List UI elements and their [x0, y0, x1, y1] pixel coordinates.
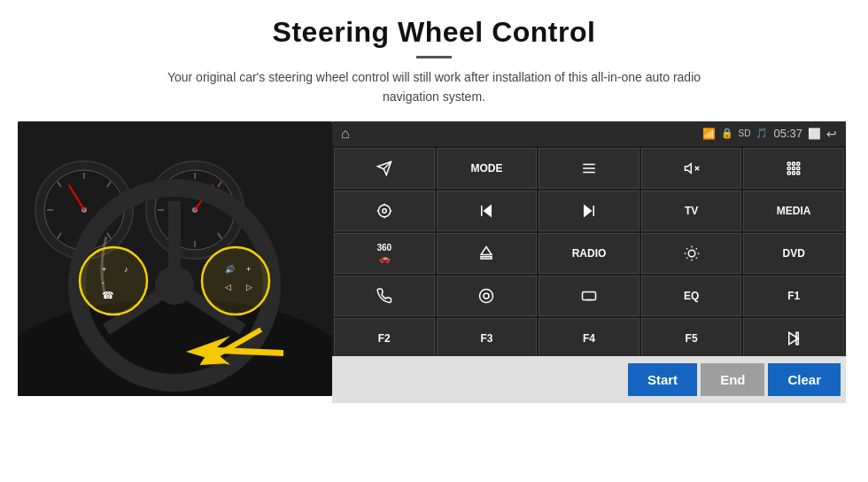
clear-button[interactable]: Clear [768, 363, 841, 396]
btn-list[interactable] [539, 148, 639, 189]
lock-icon: 🔒 [721, 128, 733, 139]
btn-brightness[interactable] [641, 233, 742, 274]
svg-text:+: + [102, 265, 106, 274]
status-time: 05:37 [773, 127, 802, 140]
wifi-icon: 📶 [702, 128, 716, 140]
btn-eq[interactable]: EQ [641, 276, 742, 316]
svg-text:+: + [246, 265, 251, 274]
svg-line-76 [695, 258, 696, 259]
svg-rect-52 [793, 162, 795, 165]
btn-tv[interactable]: TV [641, 190, 742, 231]
svg-point-36 [202, 247, 269, 315]
btn-next[interactable] [539, 190, 639, 231]
btn-f5[interactable]: F5 [641, 318, 742, 359]
control-panel: ⌂ 📶 🔒 SD 🎵 05:37 ⬜ ↩ MODE [332, 121, 846, 403]
svg-text:♪: ♪ [124, 265, 128, 274]
svg-rect-54 [787, 167, 790, 169]
btn-settings[interactable] [334, 190, 435, 231]
status-bar: ⌂ 📶 🔒 SD 🎵 05:37 ⬜ ↩ [332, 121, 846, 146]
svg-line-80 [695, 248, 696, 249]
btn-apps[interactable] [743, 148, 844, 189]
sd-icon: SD [739, 128, 751, 138]
btn-mute[interactable] [641, 148, 742, 189]
svg-rect-71 [481, 257, 492, 259]
btn-prev[interactable] [437, 190, 538, 231]
svg-point-30 [155, 266, 194, 305]
svg-marker-68 [585, 206, 592, 216]
svg-rect-58 [793, 172, 795, 175]
svg-rect-56 [797, 167, 800, 169]
btn-playpause[interactable] [743, 318, 844, 359]
svg-point-31 [80, 247, 147, 315]
btn-send[interactable] [334, 148, 435, 189]
btn-eject[interactable] [437, 233, 538, 274]
btn-f1[interactable]: F1 [743, 276, 844, 316]
window-icon[interactable]: ⬜ [808, 128, 821, 140]
btn-360[interactable]: 360🚗 [334, 233, 435, 274]
back-icon[interactable]: ↩ [826, 127, 837, 141]
svg-text:▷: ▷ [246, 283, 252, 292]
svg-line-79 [686, 258, 687, 259]
btn-radio[interactable]: RADIO [539, 233, 639, 274]
svg-point-60 [378, 205, 391, 217]
btn-f2[interactable]: F2 [334, 318, 435, 359]
subtitle: Your original car's steering wheel contr… [151, 67, 717, 107]
btn-screen[interactable] [539, 276, 639, 316]
svg-point-72 [688, 250, 695, 257]
svg-marker-70 [481, 246, 492, 254]
start-button[interactable]: Start [628, 363, 697, 396]
page-title: Steering Wheel Control [0, 0, 868, 49]
content-area: + ♪ - ☎ 🔊 + ◁ ▷ ⌂ 📶 🔒 SD 🎵 05:3 [0, 121, 868, 403]
svg-rect-57 [787, 172, 790, 175]
svg-rect-55 [793, 167, 795, 169]
car-image: + ♪ - ☎ 🔊 + ◁ ▷ [18, 121, 332, 396]
svg-marker-66 [484, 206, 492, 216]
end-button[interactable]: End [701, 363, 764, 396]
svg-marker-48 [685, 164, 691, 174]
btn-dvd[interactable]: DVD [743, 233, 844, 274]
svg-text:🔊: 🔊 [225, 264, 236, 275]
bt-icon: 🎵 [756, 128, 768, 139]
svg-rect-51 [787, 162, 790, 165]
svg-text:☎: ☎ [102, 290, 114, 300]
bottom-action-bar: Start End Clear [332, 356, 846, 403]
btn-spiral[interactable] [437, 276, 538, 316]
home-icon[interactable]: ⌂ [341, 126, 350, 142]
svg-text:-: - [102, 278, 105, 287]
btn-f3[interactable]: F3 [437, 318, 538, 359]
svg-rect-53 [797, 162, 800, 165]
btn-phone[interactable] [334, 276, 435, 316]
svg-point-61 [383, 209, 387, 214]
btn-mode[interactable]: MODE [437, 148, 538, 189]
svg-rect-59 [797, 172, 800, 175]
title-divider [416, 56, 452, 58]
svg-rect-81 [582, 292, 595, 299]
svg-text:◁: ◁ [225, 283, 231, 292]
svg-line-75 [686, 248, 687, 249]
btn-media[interactable]: MEDIA [743, 190, 844, 231]
btn-f4[interactable]: F4 [539, 318, 639, 359]
